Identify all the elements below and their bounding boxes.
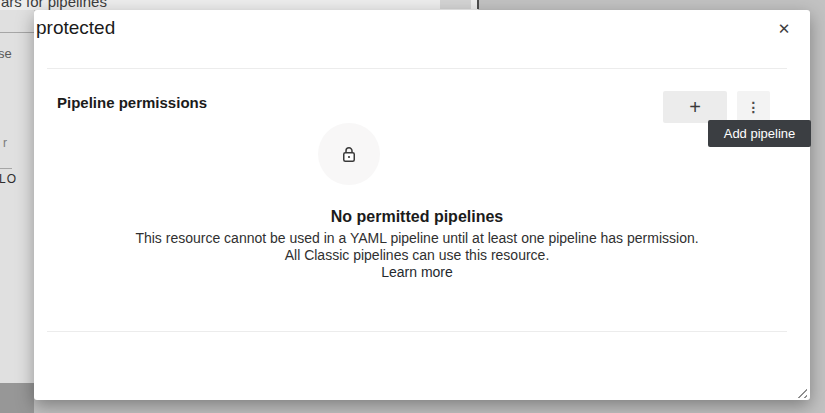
background-top-strip: ars for pipelines bbox=[0, 0, 478, 10]
pipeline-permissions-dialog: protected ✕ Pipeline permissions + ⋮ No … bbox=[34, 10, 810, 400]
background-vertical-divider bbox=[477, 0, 479, 9]
card-heading: Pipeline permissions bbox=[57, 94, 207, 111]
background-clipped-heading: ars for pipelines bbox=[1, 0, 107, 10]
zero-data-heading: No permitted pipelines bbox=[47, 208, 787, 226]
pipeline-permissions-card: Pipeline permissions + ⋮ No permitted pi… bbox=[47, 68, 787, 332]
learn-more-link[interactable]: Learn more bbox=[47, 264, 787, 280]
zero-data-description-line1: This resource cannot be used in a YAML p… bbox=[47, 230, 787, 246]
zero-data-description-line2: All Classic pipelines can use this resou… bbox=[47, 247, 787, 263]
close-icon[interactable]: ✕ bbox=[774, 19, 794, 39]
background-toolbar-fragment bbox=[440, 0, 471, 9]
add-pipeline-button[interactable]: + bbox=[663, 91, 727, 123]
background-divider-line bbox=[0, 32, 34, 33]
background-text-fragment: se bbox=[0, 46, 12, 61]
more-options-icon[interactable]: ⋮ bbox=[737, 91, 770, 123]
background-left-gutter: se r LO bbox=[0, 10, 34, 413]
background-text-fragment: LO bbox=[0, 172, 17, 186]
background-divider-line bbox=[0, 168, 12, 169]
background-dark-block bbox=[0, 383, 34, 413]
lock-icon bbox=[338, 143, 360, 165]
dialog-title: protected bbox=[36, 17, 115, 39]
resize-grip-icon[interactable] bbox=[794, 385, 807, 398]
add-pipeline-tooltip: Add pipeline bbox=[708, 120, 811, 147]
background-text-fragment: r bbox=[3, 136, 7, 150]
zero-data-illustration bbox=[318, 123, 380, 185]
